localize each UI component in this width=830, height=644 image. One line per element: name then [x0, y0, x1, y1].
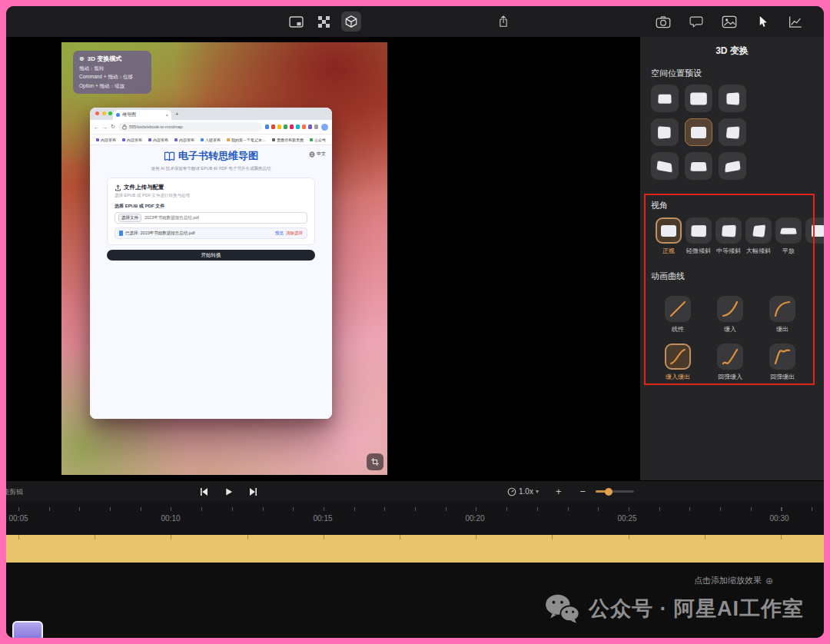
reload-icon[interactable]: ↻	[111, 124, 115, 130]
preset-button[interactable]	[651, 118, 679, 146]
cursor-icon[interactable]	[752, 12, 772, 32]
curve-thumb-ease-in[interactable]	[717, 296, 743, 322]
background-pattern-icon[interactable]	[314, 12, 334, 32]
profile-avatar[interactable]	[321, 124, 328, 131]
timestamp: 00:10	[155, 514, 186, 523]
skip-back-icon[interactable]	[199, 487, 208, 496]
presets-label: 空间位置预设	[651, 68, 702, 79]
browser-tab[interactable]: 维导图 ×	[113, 110, 171, 120]
analytics-icon[interactable]	[785, 12, 805, 32]
extension-icon[interactable]	[296, 124, 300, 129]
3d-transform-icon[interactable]	[341, 12, 361, 32]
preset-button[interactable]	[651, 152, 679, 180]
preview-link[interactable]: 预览	[275, 231, 284, 236]
perspective-thumb[interactable]	[745, 217, 772, 244]
url-text: 555/tools/ebook-to-mindmap	[129, 124, 183, 129]
bookmark-item[interactable]: 公众号	[310, 138, 326, 142]
play-icon[interactable]	[224, 487, 233, 496]
convert-button[interactable]: 开始转换	[107, 250, 315, 261]
bookmark-item[interactable]: 内容家布	[148, 138, 168, 142]
slider-thumb[interactable]	[605, 488, 613, 496]
curve-thumb-bounce-in[interactable]	[717, 344, 743, 370]
curve-thumb-linear[interactable]	[665, 296, 691, 322]
extension-icon[interactable]	[284, 124, 288, 129]
clear-selection-link[interactable]: 清除选择	[286, 231, 303, 236]
extension-icon[interactable]	[290, 124, 294, 129]
zoom-dot-icon	[108, 111, 112, 115]
preset-button[interactable]	[685, 85, 712, 112]
bookmark-item[interactable]: 我的第一千笔记本…	[227, 138, 266, 142]
extension-icon[interactable]	[308, 124, 313, 129]
tooltip-line: 拖动：旋转	[79, 65, 145, 72]
bookmark-item[interactable]: 景面传布新页面	[272, 138, 304, 142]
preset-button[interactable]	[719, 118, 746, 146]
perspective-thumb[interactable]	[775, 217, 802, 244]
playback-speed-dropdown[interactable]: 1.0x ▾	[507, 487, 539, 496]
speed-gauge-icon	[507, 487, 516, 496]
bookmark-item[interactable]: 内容家布	[174, 138, 194, 142]
timeline-zoom-in-button[interactable]: +	[556, 486, 562, 496]
preset-button[interactable]	[719, 152, 746, 180]
curve-thumb-ease-out[interactable]	[769, 296, 795, 322]
tab-close-icon[interactable]: ×	[165, 113, 168, 118]
perspective-options-row: 正视 轻微倾斜 中等倾斜 大幅倾斜 平放	[656, 217, 824, 255]
extension-icon[interactable]	[302, 124, 307, 129]
preset-button-selected[interactable]	[685, 118, 712, 146]
add-zoom-effect-hint[interactable]: 点击添加缩放效果 ⊕	[694, 575, 773, 586]
curve-option: 缓入缓出	[665, 344, 691, 381]
bookmark-item[interactable]: 入链家布	[201, 138, 221, 142]
curve-thumb-ease-in-out-selected[interactable]	[665, 344, 691, 370]
crop-icon[interactable]	[367, 453, 383, 470]
transport-controls	[199, 481, 258, 502]
extension-icon[interactable]	[277, 124, 282, 129]
back-icon[interactable]: ←	[94, 124, 99, 130]
globe-icon	[309, 151, 315, 158]
document-icon	[119, 231, 123, 236]
timeline-clip-track[interactable]	[6, 535, 824, 563]
timeline-zoom-slider[interactable]	[596, 490, 634, 493]
clip-thumbnail[interactable]	[12, 621, 43, 638]
new-tab-icon[interactable]: +	[175, 109, 179, 120]
selected-file-row: 已选择: 2023年书籍数据报告总结.pdf 预览 清除选择	[115, 227, 307, 239]
toolbar-right-group	[653, 6, 805, 37]
extension-icon[interactable]	[271, 124, 276, 129]
file-input-row[interactable]: 选择文件 2023年书籍数据报告总结.pdf	[115, 212, 307, 224]
comment-icon[interactable]	[686, 12, 706, 32]
chevron-down-icon: ▾	[536, 488, 539, 495]
extension-icon[interactable]	[265, 124, 270, 129]
curve-option: 线性	[665, 296, 691, 334]
perspective-thumb[interactable]	[686, 217, 712, 244]
timeline-ruler[interactable]: 00:05 00:10 00:15 00:20 00:25 00:30	[6, 501, 824, 535]
language-toggle[interactable]: 中文	[309, 151, 326, 158]
curve-option: 缓出	[769, 296, 795, 334]
camera-icon[interactable]	[653, 12, 673, 32]
bookmark-item[interactable]: 内容家布	[96, 138, 116, 142]
perspective-thumb-selected[interactable]	[656, 217, 682, 244]
canvas-layout-icon[interactable]	[286, 12, 306, 32]
watermark: 公众号 · 阿星AI工作室	[544, 593, 804, 624]
perspective-thumb[interactable]	[715, 217, 742, 244]
timeline-zoom-out-button[interactable]: −	[580, 486, 586, 496]
preset-button[interactable]	[651, 85, 679, 112]
choose-file-button[interactable]: 选择文件	[118, 214, 141, 222]
curves-label: 动画曲线	[651, 271, 685, 282]
card-title: 文件上传与配置	[115, 184, 307, 191]
image-icon[interactable]	[719, 12, 739, 32]
preset-button[interactable]	[685, 152, 712, 180]
curve-option: 回弹缓出	[769, 344, 795, 381]
perspective-label: 视角	[651, 200, 668, 211]
timestamp: 00:15	[307, 514, 338, 523]
forward-icon[interactable]: →	[102, 124, 108, 130]
address-bar[interactable]: 555/tools/ebook-to-mindmap	[118, 122, 262, 131]
bookmark-item[interactable]: 内容家布	[122, 138, 142, 142]
perspective-thumb[interactable]	[805, 217, 824, 244]
curve-thumb-bounce-out[interactable]	[769, 344, 795, 370]
share-icon[interactable]	[493, 12, 513, 32]
preset-button[interactable]	[719, 85, 746, 112]
extension-icon[interactable]	[314, 124, 319, 129]
skip-forward-icon[interactable]	[249, 487, 258, 496]
circle-x-icon: ⊗	[79, 55, 85, 62]
lock-icon	[122, 124, 127, 130]
video-canvas: ⊗ 3D 变换模式 拖动：旋转 Command + 拖动：位移 Option +…	[6, 37, 640, 480]
traffic-lights	[95, 111, 112, 115]
